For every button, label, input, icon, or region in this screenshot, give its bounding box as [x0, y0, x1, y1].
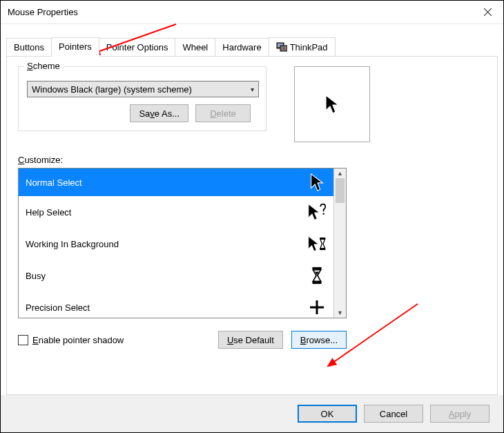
tabstrip: Buttons Pointers Pointer Options Wheel H…	[1, 24, 503, 56]
tab-pointers[interactable]: Pointers	[51, 37, 99, 57]
cursor-working-icon	[307, 234, 327, 253]
chevron-down-icon: ▾	[251, 86, 254, 93]
list-item-help-select[interactable]: Help Select	[19, 196, 333, 228]
tab-thinkpad[interactable]: ThinkPad	[269, 37, 336, 57]
titlebar: Mouse Properties	[1, 1, 503, 24]
cursor-help-icon	[307, 202, 327, 222]
scheme-group: Scheme Windows Black (large) (system sch…	[18, 66, 266, 131]
close-icon	[484, 8, 492, 16]
cursor-arrow-icon	[307, 173, 327, 192]
list-item-precision-select[interactable]: Precision Select	[19, 291, 333, 318]
delete-button[interactable]: Delete	[195, 104, 251, 122]
save-as-button[interactable]: Save As...	[130, 104, 188, 122]
svg-point-6	[322, 213, 324, 214]
list-item-busy[interactable]: Busy	[19, 260, 333, 291]
cursor-precision-icon	[307, 299, 327, 316]
tab-wheel[interactable]: Wheel	[175, 38, 215, 57]
checkbox-box-icon	[18, 335, 28, 345]
scroll-thumb[interactable]	[336, 178, 345, 203]
tab-pointer-options[interactable]: Pointer Options	[99, 38, 176, 57]
window-title: Mouse Properties	[8, 7, 78, 17]
scroll-up-icon[interactable]: ▲	[334, 169, 346, 178]
cancel-button[interactable]: Cancel	[364, 405, 423, 423]
list-items: Normal Select Help Select	[19, 169, 333, 318]
apply-button[interactable]: Apply	[430, 405, 490, 423]
pointer-preview	[294, 66, 370, 142]
scrollbar[interactable]: ▲ ▼	[333, 169, 346, 318]
tab-buttons[interactable]: Buttons	[6, 38, 52, 57]
tab-hardware[interactable]: Hardware	[215, 38, 269, 57]
scheme-legend: Scheme	[24, 61, 63, 71]
enable-pointer-shadow-checkbox[interactable]: Enable pointer shadow	[18, 335, 124, 345]
customize-listbox[interactable]: Normal Select Help Select	[18, 168, 347, 318]
scheme-selected-value: Windows Black (large) (system scheme)	[32, 84, 192, 95]
customize-label: Customize:	[18, 155, 486, 165]
dialog-button-bar: OK Cancel Apply	[1, 395, 503, 432]
list-item-normal-select[interactable]: Normal Select	[19, 169, 333, 196]
scroll-down-icon[interactable]: ▼	[334, 308, 346, 318]
cursor-arrow-icon	[324, 94, 340, 115]
use-default-button[interactable]: Use Default	[218, 331, 283, 349]
thinkpad-icon	[276, 41, 287, 52]
list-item-working-background[interactable]: Working In Background	[19, 228, 333, 260]
svg-point-3	[283, 48, 284, 49]
browse-button[interactable]: Browse...	[291, 331, 347, 349]
close-button[interactable]	[472, 1, 503, 24]
tab-panel-pointers: Scheme Windows Black (large) (system sch…	[6, 56, 498, 395]
ok-button[interactable]: OK	[298, 405, 357, 423]
scheme-combobox[interactable]: Windows Black (large) (system scheme) ▾	[27, 81, 259, 97]
cursor-busy-icon	[307, 266, 327, 285]
mouse-properties-dialog: Mouse Properties Buttons Pointers Pointe…	[0, 0, 504, 433]
